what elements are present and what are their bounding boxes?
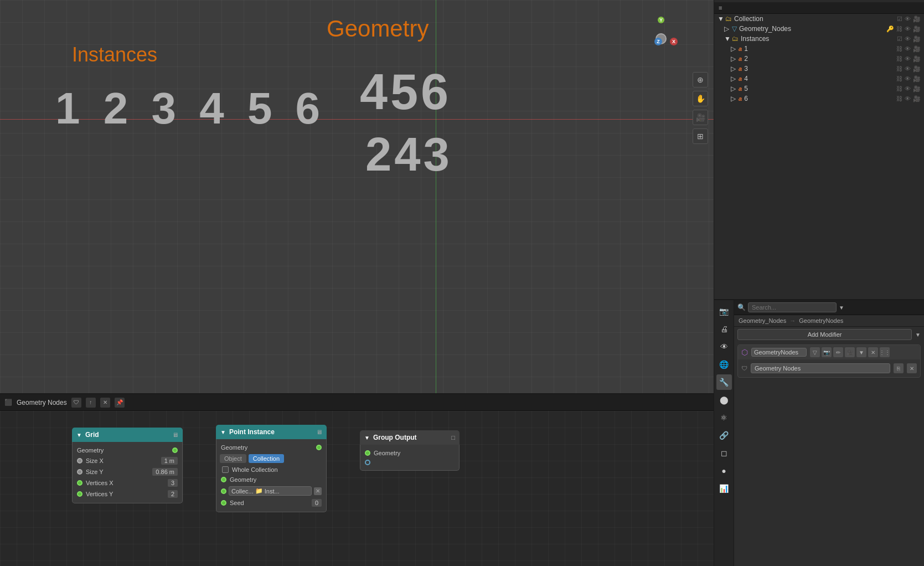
pi-seed-socket[interactable] bbox=[221, 500, 226, 506]
viewport[interactable]: Instances Geometry 1 2 3 4 5 6 456 243 Y… bbox=[0, 0, 714, 394]
props-particles-icon[interactable]: ⬤ bbox=[716, 392, 732, 408]
mod-copy-btn[interactable]: ⎘ bbox=[894, 363, 904, 373]
add-modifier-dropdown[interactable]: ▼ bbox=[915, 332, 921, 338]
pi-whole-collection-checkbox[interactable] bbox=[222, 466, 229, 473]
modifier-geo-label[interactable]: Geometry Nodes bbox=[751, 363, 890, 373]
mod-close-btn[interactable]: ✕ bbox=[868, 347, 878, 357]
instance-3-eye[interactable]: 👁 bbox=[905, 65, 911, 72]
grid-size-y-value[interactable]: 0.86 m bbox=[152, 468, 178, 476]
pi-collection-tab[interactable]: Collection bbox=[249, 454, 284, 463]
node-shield-btn[interactable]: 🛡 bbox=[71, 398, 81, 408]
props-physics-icon[interactable]: ⚛ bbox=[716, 410, 732, 425]
outliner-instance-3[interactable]: ▷ a 3 ⛓ 👁 🎥 bbox=[714, 64, 924, 74]
props-view-icon[interactable]: 👁 bbox=[716, 339, 732, 354]
pi-collapse-arrow[interactable]: ▼ bbox=[220, 429, 226, 435]
mod-shield-icon: 🛡 bbox=[741, 365, 747, 372]
instance-4-render[interactable]: 🎥 bbox=[913, 75, 921, 83]
instance-5-chain[interactable]: ⛓ bbox=[896, 85, 902, 92]
props-object-icon[interactable]: ◻ bbox=[716, 445, 732, 461]
go-extra-socket[interactable] bbox=[365, 460, 370, 465]
collection-eye-icon[interactable]: 👁 bbox=[905, 16, 911, 22]
mesh-render-icon[interactable]: 🎥 bbox=[913, 25, 921, 33]
grid-geometry-socket[interactable] bbox=[172, 447, 178, 453]
props-scene-icon[interactable]: 🌐 bbox=[716, 357, 732, 372]
instance-1-eye[interactable]: 👁 bbox=[905, 45, 911, 52]
pi-collection-clear-btn[interactable]: ✕ bbox=[314, 487, 322, 495]
grid-size-x-socket[interactable] bbox=[77, 458, 82, 464]
outliner-instance-4[interactable]: ▷ a 4 ⛓ 👁 🎥 bbox=[714, 74, 924, 84]
instance-5-render[interactable]: 🎥 bbox=[913, 85, 921, 92]
modifier-name-input[interactable] bbox=[751, 348, 807, 357]
add-modifier-button[interactable]: Add Modifier bbox=[737, 329, 912, 340]
instance-2-eye[interactable]: 👁 bbox=[905, 55, 911, 62]
outliner-instances[interactable]: ▼ 🗂 Instances ☑ 👁 🎥 bbox=[714, 34, 924, 44]
props-render-icon[interactable]: 📷 bbox=[716, 303, 732, 319]
grid-vertices-x-socket[interactable] bbox=[77, 480, 82, 486]
instance-1-chain[interactable]: ⛓ bbox=[896, 45, 902, 52]
pi-collection-input[interactable]: Collec... 📁 Inst... bbox=[229, 486, 312, 496]
camera-tool[interactable]: 🎥 bbox=[693, 110, 708, 125]
outliner-geo-nodes-mesh[interactable]: ▷ ▽ Geometry_Nodes 🔑 ⛓ 👁 🎥 bbox=[714, 24, 924, 34]
instance-6-render[interactable]: 🎥 bbox=[913, 95, 921, 102]
go-geometry-socket[interactable] bbox=[365, 450, 370, 456]
node-export-btn[interactable]: ↑ bbox=[86, 398, 96, 408]
instance-3-chain[interactable]: ⛓ bbox=[896, 65, 902, 72]
outliner-instance-1[interactable]: ▷ a 1 ⛓ 👁 🎥 bbox=[714, 44, 924, 54]
outliner-instance-2[interactable]: ▷ a 2 ⛓ 👁 🎥 bbox=[714, 54, 924, 64]
mesh-chain-icon[interactable]: ⛓ bbox=[896, 25, 902, 32]
pi-object-tab[interactable]: Object bbox=[220, 454, 246, 463]
instances-checkbox[interactable]: ☑ bbox=[897, 35, 902, 43]
mod-expand-btn[interactable]: ▼ bbox=[856, 347, 866, 357]
instance-4-eye[interactable]: 👁 bbox=[905, 75, 911, 82]
pi-geometry-socket[interactable] bbox=[316, 445, 322, 450]
grid-collapse-arrow[interactable]: ▼ bbox=[76, 432, 82, 438]
instance-4-chain[interactable]: ⛓ bbox=[896, 75, 902, 82]
mod-sub-close-btn[interactable]: ✕ bbox=[907, 363, 917, 373]
grid-vertices-y-value[interactable]: 2 bbox=[168, 490, 178, 498]
node-pin-btn[interactable]: 📌 bbox=[115, 398, 125, 408]
grid-tool[interactable]: ⊞ bbox=[693, 128, 708, 144]
instance-2-chain[interactable]: ⛓ bbox=[896, 55, 902, 62]
props-modifier-icon[interactable]: 🔧 bbox=[716, 374, 732, 390]
cursor-tool[interactable]: ⊕ bbox=[693, 72, 708, 88]
props-constraints-icon[interactable]: 🔗 bbox=[716, 428, 732, 443]
mod-edit-btn[interactable]: ✏ bbox=[833, 347, 843, 357]
props-search-input[interactable] bbox=[748, 302, 837, 312]
pi-geometry-input-socket[interactable] bbox=[221, 477, 226, 482]
mesh-key-icon[interactable]: 🔑 bbox=[886, 25, 894, 33]
mod-filter-btn[interactable]: ▽ bbox=[810, 347, 820, 357]
instances-render-icon[interactable]: 🎥 bbox=[913, 35, 921, 43]
instance-5-eye[interactable]: 👁 bbox=[905, 85, 911, 92]
geo-nodes-link-2[interactable]: GeometryNodes bbox=[799, 317, 843, 324]
instance-2-render[interactable]: 🎥 bbox=[913, 55, 921, 63]
props-material-icon[interactable]: ● bbox=[716, 463, 732, 478]
mod-render-btn[interactable]: 📷 bbox=[822, 347, 832, 357]
grid-size-x-value[interactable]: 1 m bbox=[161, 457, 178, 465]
pi-seed-value[interactable]: 0 bbox=[312, 499, 322, 507]
grid-vertices-x-value[interactable]: 3 bbox=[168, 479, 178, 487]
mesh-eye-icon[interactable]: 👁 bbox=[905, 25, 911, 32]
collection-render-icon[interactable]: 🎥 bbox=[913, 16, 921, 23]
geo-nodes-link-1[interactable]: Geometry_Nodes bbox=[739, 317, 786, 324]
instance-6-chain[interactable]: ⛓ bbox=[896, 95, 902, 102]
outliner-instance-5[interactable]: ▷ a 5 ⛓ 👁 🎥 bbox=[714, 84, 924, 94]
grid-vertices-y-socket[interactable] bbox=[77, 491, 82, 497]
instance-6-eye[interactable]: 👁 bbox=[905, 95, 911, 102]
instance-1-render[interactable]: 🎥 bbox=[913, 45, 921, 53]
grid-size-y-socket[interactable] bbox=[77, 469, 82, 475]
outliner-instance-6[interactable]: ▷ a 6 ⛓ 👁 🎥 bbox=[714, 94, 924, 104]
instances-eye-icon[interactable]: 👁 bbox=[905, 35, 911, 42]
instance-3-render[interactable]: 🎥 bbox=[913, 65, 921, 73]
properties-sidebar: 📷 🖨 👁 🌐 🔧 ⬤ ⚛ 🔗 ◻ ● 📊 bbox=[714, 300, 734, 566]
props-data-icon[interactable]: 📊 bbox=[716, 481, 732, 496]
props-output-icon[interactable]: 🖨 bbox=[716, 321, 732, 337]
outliner-collection[interactable]: ▼ 🗂 Collection ☑ 👁 🎥 bbox=[714, 14, 924, 24]
mod-menu-btn[interactable]: ⋮⋮ bbox=[880, 347, 890, 357]
node-close-btn[interactable]: ✕ bbox=[100, 398, 110, 408]
hand-tool[interactable]: ✋ bbox=[693, 91, 708, 106]
props-dropdown-arrow[interactable]: ▼ bbox=[839, 305, 844, 311]
pi-collection-socket[interactable] bbox=[221, 488, 226, 494]
collection-checkbox[interactable]: ☑ bbox=[897, 16, 902, 23]
mod-camera-btn[interactable]: 🎥 bbox=[845, 347, 855, 357]
go-collapse-arrow[interactable]: ▼ bbox=[364, 435, 370, 441]
